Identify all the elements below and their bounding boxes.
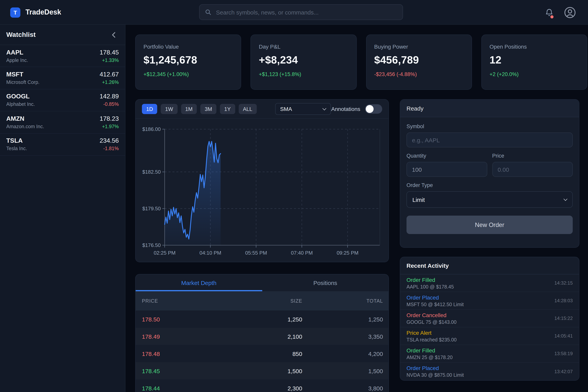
depth-row[interactable]: 178.48 850 4,200 [136,345,388,362]
company-name: Microsoft Corp. [6,80,40,85]
watchlist-title: Watchlist [6,31,36,38]
activity-item: Price Alert TSLA reached $235.00 14:05:4… [400,327,579,345]
stat-label: Buying Power [374,44,464,50]
svg-text:$182.50: $182.50 [142,169,161,175]
depth-total: 1,250 [302,316,383,322]
quantity-field[interactable] [406,162,487,177]
price: 412.67 [100,71,119,78]
depth-size: 1,500 [208,368,302,374]
notifications-button[interactable] [545,0,554,25]
symbol: GOOGL [6,93,35,100]
bell-icon [545,8,554,17]
search-input[interactable] [215,8,397,16]
price-field[interactable] [492,162,573,177]
right-panel: Ready Symbol Quantity Price [400,99,580,381]
indicator-select[interactable]: SMA [275,103,331,115]
market-depth-card: Market Depth Positions PRICE SIZE TOTAL … [135,274,389,392]
stat-day-pnl: Day P&L +$8,234 +$1,123 (+15.8%) [251,34,357,90]
activity-type: Order Filled [406,347,452,354]
stat-value: 12 [490,54,579,66]
activity-time: 13:58:19 [554,351,573,356]
price: 142.89 [100,93,119,100]
activity-type: Price Alert [406,330,457,336]
svg-text:05:55 PM: 05:55 PM [245,250,267,256]
depth-tabs: Market Depth Positions [136,274,388,291]
stat-value: +$8,234 [259,54,348,66]
range-button-all[interactable]: ALL [238,104,256,114]
column-price: PRICE [142,298,208,304]
order-ticket-card: Ready Symbol Quantity Price [400,99,580,248]
price-label: Price [492,153,573,159]
annotations-label: Annotations [331,106,360,112]
activity-time: 13:42:07 [554,369,573,374]
company-name: Tesla Inc. [6,146,27,152]
watchlist-item-tsla[interactable]: TSLATesla Inc. 234.56-1.81% [0,134,125,156]
company-name: Alphabet Inc. [6,102,35,107]
order-type-select[interactable]: Limit [406,191,573,208]
recent-activity-title: Recent Activity [400,257,579,274]
column-total: TOTAL [302,298,383,304]
range-button-1y[interactable]: 1Y [220,104,235,114]
depth-price: 178.44 [142,385,208,392]
symbol: AMZN [6,115,44,122]
symbol: TSLA [6,138,27,144]
watchlist-item-msft[interactable]: MSFTMicrosoft Corp. 412.67+1.26% [0,67,125,90]
watchlist-item-googl[interactable]: GOOGLAlphabet Inc. 142.89-0.85% [0,90,125,112]
avatar-icon [563,6,577,19]
depth-total: 3,350 [302,333,383,340]
new-order-button[interactable]: New Order [406,216,573,234]
stat-value: $456,789 [374,54,464,66]
user-menu-button[interactable] [563,0,577,25]
tab-market-depth[interactable]: Market Depth [136,274,262,291]
svg-text:$179.50: $179.50 [142,206,161,212]
watchlist-item-aapl[interactable]: AAPLApple Inc. 178.45+1.33% [0,45,125,67]
tab-positions[interactable]: Positions [262,274,388,291]
order-type-label: Order Type [406,182,573,188]
activity-item: Order Placed MSFT 50 @ $412.50 Limit 14:… [400,292,579,310]
depth-row[interactable]: 178.50 1,250 1,250 [136,310,388,328]
svg-text:$176.50: $176.50 [142,242,161,248]
column-size: SIZE [208,298,302,304]
watchlist-header: Watchlist [0,25,125,45]
activity-item: Order Placed NVDA 30 @ $875.00 Limit 13:… [400,362,579,380]
depth-size: 850 [208,350,302,357]
activity-item: Order Filled AMZN 25 @ $178.20 13:58:19 [400,345,579,362]
activity-time: 14:28:03 [554,298,573,304]
depth-price: 178.45 [142,368,208,374]
depth-size: 2,300 [208,385,302,392]
annotations-toggle[interactable] [365,104,382,114]
range-button-3m[interactable]: 3M [200,104,216,114]
range-button-1m[interactable]: 1M [181,104,197,114]
depth-size: 2,100 [208,333,302,340]
price-chart[interactable]: $186.00$182.50$179.50$176.5002:25 PM04:1… [136,119,388,262]
depth-price: 178.50 [142,316,208,322]
symbol-field[interactable] [406,132,573,148]
chevron-down-icon [322,106,326,110]
depth-row[interactable]: 178.49 2,100 3,350 [136,328,388,345]
collapse-sidebar-icon[interactable] [112,32,116,38]
depth-price: 178.49 [142,333,208,340]
app-root: T TradeDesk Watchlist [0,0,588,392]
order-type-value: Limit [412,196,425,203]
logo-letter: T [14,9,17,16]
stat-label: Portfolio Value [144,44,233,50]
depth-table-header: PRICE SIZE TOTAL [136,291,388,310]
app-logo: T [10,7,20,18]
depth-total: 3,800 [302,385,383,392]
main-content: Portfolio Value $1,245,678 +$12,345 (+1.… [126,25,588,392]
stat-value: $1,245,678 [144,54,233,66]
stat-delta: +$12,345 (+1.00%) [144,71,233,77]
depth-row[interactable]: 178.44 2,300 3,800 [136,380,388,392]
svg-text:02:25 PM: 02:25 PM [154,250,176,256]
watchlist-item-amzn[interactable]: AMZNAmazon.com Inc. 178.23+1.97% [0,111,125,134]
svg-text:09:25 PM: 09:25 PM [337,250,358,256]
chart-controls: 1D 1W 1M 3M 1Y ALL SMA Annotations [136,100,388,119]
order-status-text: Ready [406,105,424,112]
stat-label: Open Positions [490,44,579,50]
depth-row[interactable]: 178.45 1,500 1,500 [136,362,388,380]
stat-delta: +$1,123 (+15.8%) [259,71,348,77]
svg-text:07:40 PM: 07:40 PM [291,250,312,256]
range-button-1d[interactable]: 1D [142,104,158,114]
range-button-1w[interactable]: 1W [161,104,178,114]
change: -1.81% [100,146,119,152]
